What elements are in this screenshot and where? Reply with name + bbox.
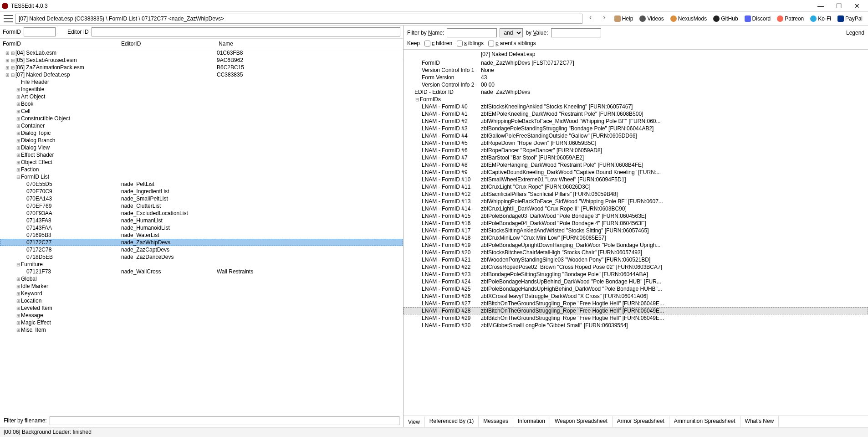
breadcrumb[interactable]: [07] Naked Defeat.esp (CC383835) \ FormI… <box>15 14 582 24</box>
category-label[interactable]: Object Effect <box>21 159 52 165</box>
category-label[interactable]: Art Object <box>21 93 45 100</box>
nav-back-button[interactable]: ‹ <box>585 13 596 24</box>
th-name[interactable]: Name <box>216 39 403 49</box>
lnam-value[interactable]: zbfCrossRopedPose02_Brown "Cross Roped P… <box>481 264 868 270</box>
maximize-button[interactable]: ☐ <box>830 2 848 10</box>
category-label[interactable]: Dialog Topic <box>21 130 51 136</box>
category-label[interactable]: Book <box>21 101 33 107</box>
lnam-label[interactable]: LNAM - FormID #26 <box>403 293 481 299</box>
expand-icon[interactable]: ⊞ <box>15 153 21 158</box>
expand-icon[interactable]: ⊞ <box>15 109 21 114</box>
siblings-checkbox[interactable]: siblings <box>457 40 484 46</box>
expand-icon[interactable]: ⊞ <box>15 291 21 296</box>
formid-item[interactable]: 070F93AA <box>26 210 52 216</box>
lnam-label[interactable]: LNAM - FormID #20 <box>403 249 481 256</box>
plugin-label[interactable]: [04] SexLab.esm <box>15 50 56 56</box>
minimize-button[interactable]: — <box>812 2 830 10</box>
detail-value[interactable]: 43 <box>481 74 868 81</box>
lnam-label[interactable]: LNAM - FormID #6 <box>403 147 481 154</box>
plugin-label[interactable]: [07] Naked Defeat.esp <box>15 72 70 78</box>
detail-label[interactable]: FormID <box>403 60 481 66</box>
nexusmods-link[interactable]: NexusMods <box>669 15 709 22</box>
expand-icon[interactable]: ⊞ <box>5 72 10 77</box>
lnam-value[interactable]: zbfWoodenPonyStandingSingle03 "Wooden Po… <box>481 257 868 263</box>
lnam-label[interactable]: LNAM - FormID #27 <box>403 300 481 307</box>
lnam-value[interactable]: zbfStocksKneelingAnkled "Stocks Kneeling… <box>481 103 868 110</box>
lnam-value[interactable]: zbfWhippingPoleBackToFace_MidWood "Whipp… <box>481 118 868 124</box>
detail-value[interactable]: nade_ZazWhipDevs <box>481 89 868 95</box>
expand-icon[interactable]: ⊞ <box>15 123 21 129</box>
expand-icon[interactable]: ⊞ <box>15 131 21 136</box>
lnam-label[interactable]: LNAM - FormID #11 <box>403 184 481 190</box>
expand-icon[interactable]: ⊞ <box>15 160 21 165</box>
filter-op-select[interactable]: and <box>500 28 523 37</box>
lnam-label[interactable]: LNAM - FormID #3 <box>403 125 481 132</box>
detail-label[interactable]: Form Version <box>403 74 481 81</box>
lnam-label[interactable]: LNAM - FormID #24 <box>403 278 481 285</box>
lnam-label[interactable]: LNAM - FormID #18 <box>403 235 481 241</box>
category-label[interactable]: Faction <box>21 166 39 173</box>
lnam-label[interactable]: LNAM - FormID #4 <box>403 133 481 139</box>
expand-icon[interactable]: ⊞ <box>15 320 21 325</box>
lnam-label[interactable]: LNAM - FormID #22 <box>403 264 481 270</box>
lnam-value[interactable]: zbfXCrossHeavyFBstruggle_DarkWood "X Cro… <box>481 293 868 299</box>
tab-view[interactable]: View <box>403 416 425 427</box>
github-link[interactable]: GitHub <box>711 15 740 22</box>
formid-item[interactable]: 07121F73 <box>26 268 51 275</box>
lnam-value[interactable]: zbfPoleBondageHandsUpHighBehind_DarkWood… <box>481 286 868 292</box>
lnam-value[interactable]: zbfStocksBitchesChairMetalHigh "Stocks C… <box>481 249 868 256</box>
expand-icon[interactable]: ⊞ <box>15 167 21 172</box>
formid-item[interactable]: 07143FA8 <box>26 217 51 224</box>
legend-link[interactable]: Legend <box>846 30 864 36</box>
th-editorid[interactable]: EditorID <box>118 39 216 49</box>
lnam-label[interactable]: LNAM - FormID #12 <box>403 191 481 197</box>
lnam-label[interactable]: LNAM - FormID #15 <box>403 213 481 219</box>
discord-link[interactable]: Discord <box>743 15 773 22</box>
lnam-value[interactable]: zbfWhippingPoleBackToFace_StdWood "Whipp… <box>481 198 868 205</box>
lnam-label[interactable]: LNAM - FormID #17 <box>403 227 481 234</box>
lnam-label[interactable]: LNAM - FormID #14 <box>403 206 481 212</box>
tab-what-s-new[interactable]: What's New <box>740 416 779 427</box>
category-label[interactable]: Furniture <box>21 261 43 267</box>
lnam-label[interactable]: LNAM - FormID #25 <box>403 286 481 292</box>
expand-icon[interactable]: ⊟ <box>15 262 21 267</box>
lnam-label[interactable]: LNAM - FormID #10 <box>403 176 481 183</box>
detail-value[interactable]: 00 00 <box>481 82 868 88</box>
expand-icon[interactable]: ⊟ <box>414 97 420 102</box>
category-label[interactable]: Effect Shader <box>21 152 54 158</box>
tab-weapon-spreadsheet[interactable]: Weapon Spreadsheet <box>550 416 613 427</box>
expand-icon[interactable]: ⊞ <box>15 138 21 143</box>
lnam-value[interactable]: zbfPoleBondageUprightDownHanging_DarkWoo… <box>481 242 868 248</box>
lnam-label[interactable]: LNAM - FormID #21 <box>403 257 481 263</box>
lnam-label[interactable]: LNAM - FormID #1 <box>403 111 481 117</box>
category-label[interactable]: FormID List <box>21 174 49 180</box>
expand-icon[interactable]: ⊞ <box>15 284 21 289</box>
category-label[interactable]: Location <box>21 298 41 304</box>
expand-icon[interactable]: ⊞ <box>15 328 21 333</box>
expand-icon[interactable]: ⊟ <box>15 175 21 180</box>
formid-input[interactable] <box>24 27 56 36</box>
category-label[interactable]: Dialog Branch <box>21 137 55 144</box>
filter-value-input[interactable] <box>551 28 601 37</box>
expand-icon[interactable]: ⊞ <box>15 87 21 92</box>
lnam-label[interactable]: LNAM - FormID #23 <box>403 271 481 278</box>
category-label[interactable]: File Header <box>21 79 49 85</box>
nav-forward-button[interactable]: › <box>599 13 610 24</box>
tab-information[interactable]: Information <box>513 416 550 427</box>
lnam-label[interactable]: LNAM - FormID #9 <box>403 169 481 175</box>
expand-icon[interactable]: ⊞ <box>10 58 15 63</box>
lnam-value[interactable]: zbfPoleBondage04_DarkWood "Pole Bondage … <box>481 220 868 226</box>
tab-messages[interactable]: Messages <box>479 416 513 427</box>
filter-input[interactable] <box>50 416 399 425</box>
expand-icon[interactable] <box>15 80 21 85</box>
patreon-link[interactable]: Patreon <box>775 15 806 22</box>
lnam-value[interactable]: zbfCruxLightII_DarkWood "Crux Rope II" [… <box>481 206 868 212</box>
videos-link[interactable]: Videos <box>638 15 665 22</box>
category-label[interactable]: Keyword <box>21 290 42 297</box>
category-label[interactable]: Global <box>21 276 37 282</box>
tab-referenced-by-1-[interactable]: Referenced By (1) <box>425 416 479 427</box>
lnam-value[interactable]: zbfBitchOnTheGroundStruggling_Rope "Free… <box>481 300 868 307</box>
lnam-value[interactable]: zbfBitchOnTheGroundStruggling_Rope "Free… <box>481 315 868 321</box>
plugin-label[interactable]: [05] SexLabAroused.esm <box>15 57 77 63</box>
parent-siblings-checkbox[interactable]: parent's siblings <box>488 40 536 46</box>
